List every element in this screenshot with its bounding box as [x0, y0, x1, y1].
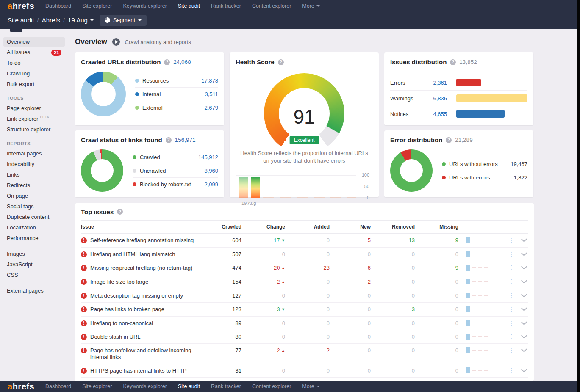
help-icon[interactable]: ?	[278, 59, 284, 65]
breadcrumb-ahrefs[interactable]: Ahrefs	[42, 17, 60, 24]
sidebar-item-duplicate-content[interactable]: Duplicate content	[3, 213, 65, 222]
chevron-down-icon[interactable]	[521, 278, 527, 284]
col-header-removed[interactable]: Removed	[371, 221, 415, 233]
col-header-missing[interactable]: Missing	[415, 221, 458, 233]
kebab-menu-icon[interactable]: ⋮	[508, 237, 514, 243]
card-total[interactable]: 156,971	[175, 137, 196, 143]
trend-bar[interactable]	[251, 177, 260, 198]
issue-name[interactable]: !Meta description tag missing or empty	[81, 289, 208, 302]
trend-bar[interactable]	[239, 177, 248, 198]
sidebar-item-redirects[interactable]: Redirects	[3, 181, 65, 190]
sidebar-item-css[interactable]: CSS	[3, 271, 65, 280]
sidebar-item-indexability[interactable]: Indexability	[3, 160, 65, 169]
nav-item-rank-tracker[interactable]: Rank tracker	[211, 3, 241, 9]
nav-item-keywords-explorer[interactable]: Keywords explorer	[123, 3, 167, 9]
bar-value[interactable]: 4,655	[427, 111, 447, 117]
nav-item-site-explorer[interactable]: Site explorer	[82, 384, 112, 389]
sidebar-item-javascript[interactable]: JavaScript	[3, 260, 65, 269]
issue-name[interactable]: !Missing reciprocal hreflang (no return-…	[81, 261, 208, 274]
kebab-menu-icon[interactable]: ⋮	[508, 251, 514, 257]
issue-name[interactable]: !Page has links to broken page	[81, 303, 208, 316]
card-total[interactable]: 24,068	[173, 59, 191, 65]
legend-item-internal[interactable]: Internal3,511	[135, 88, 218, 101]
kebab-menu-icon[interactable]: ⋮	[508, 265, 514, 271]
nav-item-keywords-explorer[interactable]: Keywords explorer	[123, 384, 167, 389]
help-icon[interactable]: ?	[164, 59, 170, 65]
help-icon[interactable]: ?	[166, 137, 172, 143]
sidebar-item-page-explorer[interactable]: Page explorer	[3, 104, 65, 113]
legend-item-blocked-by-robots-txt[interactable]: Blocked by robots.txt2,099	[133, 178, 218, 191]
help-icon[interactable]: ?	[450, 59, 456, 65]
sidebar-item-external-pages[interactable]: External pages	[3, 286, 65, 295]
kebab-menu-icon[interactable]: ⋮	[508, 367, 514, 373]
bar-value[interactable]: 2,361	[427, 80, 447, 86]
kebab-menu-icon[interactable]: ⋮	[508, 306, 514, 312]
col-header-crawled[interactable]: Crawled	[208, 221, 241, 233]
legend-item-urls-without-errors[interactable]: URLs without errors19,467	[442, 157, 527, 171]
chevron-down-icon[interactable]	[521, 264, 527, 270]
issue-name[interactable]: !Self-reference hreflang annotation miss…	[81, 234, 208, 247]
col-header-added[interactable]: Added	[285, 221, 330, 233]
sidebar-item-bulk-export[interactable]: Bulk export	[3, 80, 65, 89]
nav-item-rank-tracker[interactable]: Rank tracker	[211, 384, 241, 389]
chevron-down-icon[interactable]	[521, 250, 527, 256]
chevron-down-icon[interactable]	[521, 346, 527, 352]
chevron-down-icon[interactable]	[521, 236, 527, 242]
nav-item-site-explorer[interactable]: Site explorer	[82, 3, 112, 9]
chevron-down-icon[interactable]	[521, 367, 527, 373]
issue-name[interactable]: !HTTPS page has internal links to HTTP	[81, 364, 208, 377]
sidebar-item-crawl-log[interactable]: Crawl log	[3, 69, 65, 78]
sidebar-item-link-explorer[interactable]: Link explorerBETA	[3, 114, 65, 124]
sidebar-item-to-do[interactable]: To-do	[3, 58, 65, 68]
bar-value[interactable]: 6,836	[427, 95, 447, 102]
sidebar-item-performance[interactable]: Performance	[3, 234, 65, 243]
sidebar-item-all-issues[interactable]: All issues21	[3, 48, 65, 57]
sidebar-item-on-page[interactable]: On page	[3, 191, 65, 201]
sidebar-item-structure-explorer[interactable]: Structure explorer	[3, 125, 65, 134]
kebab-menu-icon[interactable]: ⋮	[508, 293, 514, 298]
ahrefs-logo-bottom[interactable]: ahrefs	[8, 382, 34, 391]
help-icon[interactable]: ?	[446, 137, 452, 143]
nav-item-more[interactable]: More	[302, 3, 319, 9]
nav-item-site-audit[interactable]: Site audit	[178, 384, 200, 389]
chevron-down-icon[interactable]	[521, 305, 527, 311]
kebab-menu-icon[interactable]: ⋮	[508, 334, 514, 340]
help-icon[interactable]: ?	[117, 209, 123, 215]
video-label[interactable]: Crawl anatomy and reports	[125, 39, 191, 45]
sidebar-item-overview[interactable]: Overview	[3, 37, 65, 47]
chevron-down-icon[interactable]	[521, 292, 527, 298]
legend-item-crawled[interactable]: Crawled145,912	[133, 151, 218, 164]
nav-item-more[interactable]: More	[302, 384, 319, 389]
col-header-issue[interactable]: Issue	[81, 221, 208, 233]
ahrefs-logo[interactable]: ahrefs	[8, 2, 34, 10]
legend-item-external[interactable]: External2,679	[135, 101, 218, 114]
issue-name[interactable]: !Hreflang to non-canonical	[81, 317, 208, 330]
chevron-down-icon[interactable]	[521, 319, 527, 325]
nav-item-dashboard[interactable]: Dashboard	[45, 3, 71, 9]
play-video-button[interactable]	[112, 38, 120, 46]
chevron-down-icon[interactable]	[521, 333, 527, 339]
nav-item-content-explorer[interactable]: Content explorer	[252, 384, 291, 389]
kebab-menu-icon[interactable]: ⋮	[508, 347, 514, 353]
breadcrumb-site-audit[interactable]: Site audit	[8, 17, 34, 24]
col-header-new[interactable]: New	[330, 221, 371, 233]
sidebar-item-internal-pages[interactable]: Internal pages	[3, 149, 65, 158]
kebab-menu-icon[interactable]: ⋮	[508, 279, 514, 284]
sidebar-item-images[interactable]: Images	[3, 249, 65, 259]
sidebar-item-links[interactable]: Links	[3, 170, 65, 179]
breadcrumb-19-aug[interactable]: 19 Aug	[68, 17, 94, 24]
nav-item-dashboard[interactable]: Dashboard	[45, 384, 71, 389]
nav-item-content-explorer[interactable]: Content explorer	[252, 3, 291, 9]
segment-button[interactable]: Segment	[100, 15, 147, 26]
sidebar-item-social-tags[interactable]: Social tags	[3, 202, 65, 211]
issue-name[interactable]: !Page has nofollow and dofollow incoming…	[81, 344, 208, 364]
legend-item-resources[interactable]: Resources17,878	[135, 74, 218, 88]
col-header-change[interactable]: Change	[241, 221, 285, 233]
issue-name[interactable]: !Image file size too large	[81, 275, 208, 288]
issue-name[interactable]: !Hreflang and HTML lang mismatch	[81, 248, 208, 261]
sidebar-item-localization[interactable]: Localization	[3, 223, 65, 232]
issue-name[interactable]: !Double slash in URL	[81, 330, 208, 343]
legend-item-urls-with-errors[interactable]: URLs with errors1,822	[442, 171, 527, 184]
legend-item-uncrawled[interactable]: Uncrawled8,960	[133, 164, 218, 178]
nav-item-site-audit[interactable]: Site audit	[178, 3, 200, 9]
